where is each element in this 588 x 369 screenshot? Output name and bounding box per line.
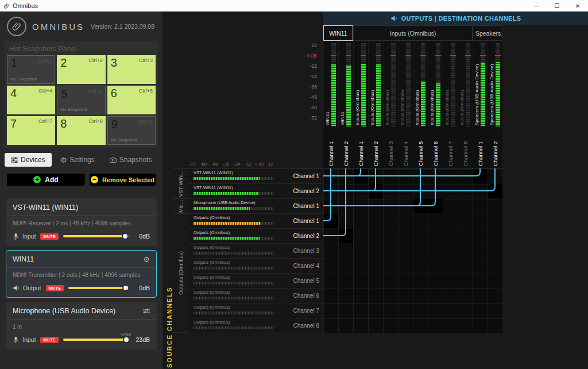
db-scale-label: 12 <box>293 43 320 48</box>
io-type-label: Input <box>22 336 36 343</box>
snapshot-cell-5[interactable]: 5Ctrl+5No Snapshot <box>57 86 105 114</box>
snapshot-cell-9[interactable]: 9Ctrl+9No Snapshot <box>107 116 156 145</box>
meter-zero-marker <box>495 55 501 56</box>
tune-icon[interactable] <box>143 308 150 314</box>
db-scale-label: -12 <box>245 162 252 167</box>
column-channel-label[interactable]: Channel 6 <box>432 130 439 166</box>
device-title: VST-WIN11 (WIN11) <box>13 203 78 212</box>
row-device-label: Outputs (Omnibus) <box>194 305 230 310</box>
slider-knob[interactable] <box>122 233 129 240</box>
sliders-icon <box>11 157 18 163</box>
db-scale-label: -60 <box>293 105 320 110</box>
row-device-label: Outputs (Omnibus) <box>194 290 230 295</box>
crosspoint-cell[interactable] <box>324 214 338 228</box>
source-row-vst-win11-win11-channel-1: VST-WIN11 (WIN11)Channel 1 <box>188 169 323 184</box>
slider-max-label: +24dB <box>120 332 131 336</box>
snapshot-empty-label: No Snapshot <box>60 107 87 112</box>
device-card-win11[interactable]: WIN11⚙NDI® Transmitter | 2 outs | 48 kHz… <box>6 250 157 298</box>
column-group-win11[interactable]: WIN11 <box>323 25 353 41</box>
crosspoint-cell[interactable] <box>488 184 502 198</box>
column-channel-label[interactable]: Channel 1 <box>358 130 364 166</box>
column-device-label: Inputs (Omnibus) <box>385 42 390 125</box>
crosspoint-cell[interactable] <box>473 169 488 183</box>
snapshots-grid: 1Ctrl+1No Snapshot2Ctrl+23Ctrl+34Ctrl+45… <box>7 55 156 145</box>
gain-slider[interactable] <box>68 284 130 292</box>
row-group-vst-win: VST-WIN… <box>173 168 188 198</box>
column-channel-label[interactable]: Channel 3 <box>388 130 394 166</box>
snapshot-shortcut: Ctrl+8 <box>88 118 102 124</box>
window-controls: ✕ <box>526 0 588 11</box>
column-channel-label[interactable]: Channel 4 <box>403 130 409 166</box>
meter-zero-marker <box>361 55 366 56</box>
source-row-microphone-usb-audio-device-channel-1: Microphone (USB Audio Device)Channel 1 <box>188 199 323 214</box>
column-channel-label[interactable]: Channel 2 <box>373 130 379 166</box>
column-channel-label[interactable]: Channel 2 <box>343 130 349 166</box>
source-row-outputs-omnibus-channel-1: Outputs (Omnibus)Channel 1 <box>188 214 323 229</box>
tab-devices[interactable]: Devices <box>5 153 52 167</box>
tab-snapshots[interactable]: Snapshots <box>103 153 158 167</box>
source-row-outputs-omnibus-channel-2: Outputs (Omnibus)Channel 2 <box>188 229 323 244</box>
snapshot-cell-4[interactable]: 4Ctrl+4 <box>7 86 55 114</box>
column-channel-label[interactable]: Channel 2 <box>492 130 498 166</box>
crosspoint-cell[interactable] <box>369 184 383 198</box>
add-button[interactable]: + Add <box>7 174 85 186</box>
source-row-outputs-omnibus-channel-4: Outputs (Omnibus)Channel 4 <box>188 259 323 274</box>
meter-zero-marker <box>346 55 351 56</box>
db-scale-label: -24 <box>293 74 320 79</box>
crosspoint-cell[interactable] <box>339 229 353 243</box>
column-device-label: Inputs (Omnibus) <box>415 42 420 125</box>
column-channel-label[interactable]: Channel 8 <box>462 130 469 166</box>
column-separator <box>383 41 384 128</box>
column-separator <box>353 41 354 128</box>
column-channel-label[interactable]: Channel 5 <box>417 130 424 166</box>
snapshot-cell-3[interactable]: 3Ctrl+3 <box>107 55 156 84</box>
slider-knob[interactable] <box>122 285 129 291</box>
db-scale-label: -36 <box>223 162 229 167</box>
column-group-inputs-omnibus[interactable]: Inputs (Omnibus) <box>353 25 473 41</box>
version-label: Version: 2.1 2023.09.08 <box>91 23 156 30</box>
window-title: Omnibus <box>13 2 38 9</box>
snapshot-shortcut: Ctrl+3 <box>139 57 153 63</box>
column-channel-label[interactable]: Channel 1 <box>477 130 483 166</box>
device-card-microphone-usb-audio-device[interactable]: Microphone (USB Audio Device)1 inInputMU… <box>6 302 157 349</box>
destination-meter-level <box>361 64 366 127</box>
remove-selected-button[interactable]: − Remove Selected <box>90 174 156 186</box>
gear-icon[interactable]: ⚙ <box>143 256 150 263</box>
crosspoint-cell[interactable] <box>413 199 428 213</box>
mute-badge[interactable]: MUTE <box>40 337 59 343</box>
slider-fill <box>63 235 126 237</box>
maximize-button[interactable] <box>547 0 567 11</box>
device-card-vst-win11-win11[interactable]: VST-WIN11 (WIN11)NDI® Receiver | 2 ins |… <box>6 198 157 246</box>
mute-badge[interactable]: MUTE <box>46 285 64 291</box>
snapshot-cell-1[interactable]: 1Ctrl+1No Snapshot <box>7 55 55 84</box>
crosspoint-cell[interactable] <box>354 169 368 183</box>
db-scale-label: 12 <box>268 162 273 167</box>
column-channel-label[interactable]: Channel 1 <box>328 130 334 166</box>
gain-slider[interactable]: +24dB <box>63 336 130 344</box>
column-group-speakers[interactable]: Speakers… <box>473 25 502 41</box>
snapshot-cell-7[interactable]: 7Ctrl+7 <box>7 116 55 145</box>
close-button[interactable]: ✕ <box>567 0 588 11</box>
tab-label: Devices <box>21 156 45 164</box>
source-meter-track <box>194 282 274 285</box>
row-device-label: Outputs (Omnibus) <box>194 320 230 325</box>
snapshot-shortcut: Ctrl+9 <box>138 119 152 125</box>
minimize-button[interactable] <box>526 0 547 11</box>
device-subtitle: 1 in <box>6 320 156 331</box>
slider-knob[interactable] <box>123 336 130 343</box>
left-panel: OMNIBUS Version: 2.1 2023.09.08 Hot Snap… <box>0 11 163 369</box>
routing-grid[interactable] <box>323 168 502 333</box>
snapshot-cell-2[interactable]: 2Ctrl+2 <box>57 55 105 84</box>
column-channel-label[interactable]: Channel 7 <box>447 130 454 166</box>
crosspoint-cell[interactable] <box>428 199 443 213</box>
tab-settings[interactable]: ⚙Settings <box>54 153 101 167</box>
gain-slider[interactable] <box>63 232 130 240</box>
minimize-icon <box>534 6 539 6</box>
column-separator <box>413 41 413 128</box>
hot-snapshots-title: Hot Snapshots Panel <box>7 44 156 55</box>
snapshot-cell-6[interactable]: 6Ctrl+6 <box>107 86 156 114</box>
snapshot-shortcut: Ctrl+7 <box>38 118 52 124</box>
mute-badge[interactable]: MUTE <box>40 233 59 240</box>
snapshot-cell-8[interactable]: 8Ctrl+8 <box>57 116 105 145</box>
column-separator <box>458 41 458 128</box>
